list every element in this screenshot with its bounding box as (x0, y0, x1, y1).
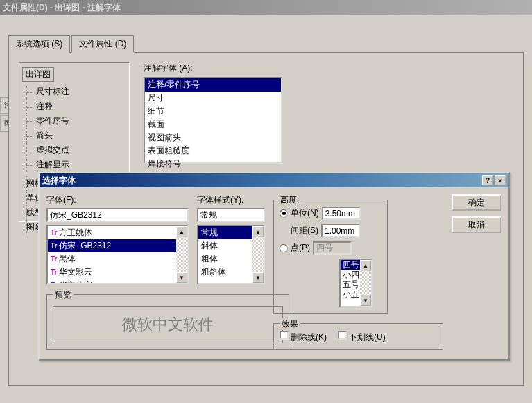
preview-groupbox: 预览 微软中文软件 (46, 294, 289, 350)
point-input: 四号 (313, 241, 352, 255)
font-input[interactable]: 仿宋_GB2312 (46, 208, 189, 222)
font-name: 华文仿宋 (59, 280, 92, 284)
scroll-up-icon[interactable]: ▲ (252, 226, 264, 237)
size-listbox[interactable]: 四号 小四 五号 小五 ▲ ▼ (339, 259, 372, 307)
height-column: 高度: 单位(N) 3.50mm 间距(S) 1.00mm 点(P) 四号 (273, 194, 443, 350)
style-listbox[interactable]: 常规 斜体 粗体 粗斜体 ▲ ▼ (197, 225, 265, 284)
height-groupbox: 高度: 单位(N) 3.50mm 间距(S) 1.00mm 点(P) 四号 (273, 200, 388, 314)
tree-item[interactable]: 尺寸标注 (22, 85, 126, 99)
scrollbar[interactable]: ▲ ▼ (252, 226, 264, 283)
font-name: 仿宋_GB2312 (59, 240, 111, 252)
list-item[interactable]: 截面 (145, 118, 281, 131)
cancel-button[interactable]: 取消 (452, 216, 501, 233)
unit-value: 3.50mm (325, 209, 355, 218)
list-item[interactable]: Tr黑体 (48, 252, 187, 266)
help-button[interactable]: ? (482, 175, 493, 185)
point-label: 点(P) (291, 242, 310, 254)
close-button[interactable]: × (495, 175, 506, 185)
list-item[interactable]: 焊接符号 (145, 157, 281, 171)
font-dialog: 选择字体 ? × 字体(F): 仿宋_GB2312 Tr方正姚体 Tr仿宋_GB… (38, 172, 510, 361)
tab-file[interactable]: 文件属性 (D) (71, 35, 134, 53)
list-item[interactable]: 尺寸 (145, 92, 281, 105)
strike-checkbox[interactable] (280, 331, 289, 340)
scrollbar[interactable]: ▲ ▼ (176, 226, 187, 283)
unit-label: 单位(N) (291, 207, 319, 219)
tree-item[interactable]: 箭头 (22, 128, 126, 143)
tree-item[interactable]: 虚拟交点 (22, 143, 126, 157)
underline-checkbox-label[interactable]: 下划线(U) (338, 331, 386, 343)
list-item[interactable]: Tr仿宋_GB2312 (48, 239, 187, 252)
list-item[interactable]: Tr华文彩云 (48, 266, 187, 279)
tree-item[interactable]: 零件序号 (22, 114, 126, 128)
underline-label: 下划线(U) (349, 332, 386, 342)
list-item[interactable]: 表面粗糙度 (145, 144, 281, 157)
list-item[interactable]: 细节 (145, 105, 281, 118)
font-input-value: 仿宋_GB2312 (50, 209, 102, 221)
scroll-track[interactable] (360, 271, 371, 295)
preview-label: 预览 (53, 289, 74, 301)
list-item[interactable]: 视图箭头 (145, 131, 281, 144)
font-label: 字体(F): (46, 194, 189, 206)
truetype-icon: Tr (51, 255, 57, 263)
tree-item[interactable]: 注释 (22, 99, 126, 114)
style-column: 字体样式(Y): 常规 常规 斜体 粗体 粗斜体 ▲ ▼ (197, 194, 265, 284)
effects-groupbox: 效果 删除线(K) 下划线(U) (273, 323, 443, 350)
style-label: 字体样式(Y): (197, 194, 265, 206)
tree-item[interactable]: 注解显示 (22, 157, 126, 172)
font-listbox[interactable]: Tr方正姚体 Tr仿宋_GB2312 Tr黑体 Tr华文彩云 Tr华文仿宋 ▲ … (46, 225, 189, 284)
truetype-icon: Tr (51, 268, 57, 276)
height-label: 高度: (278, 194, 301, 206)
main-title: 文件属性(D) - 出详图 - 注解字体 (3, 2, 121, 14)
scroll-down-icon[interactable]: ▼ (176, 272, 187, 283)
tree-group-label[interactable]: 出详图 (22, 67, 54, 82)
annotation-section: 注解字体 (A): 注释/零件序号 尺寸 细节 截面 视图箭头 表面粗糙度 焊接… (144, 62, 513, 164)
truetype-icon: Tr (51, 242, 57, 250)
spacing-input[interactable]: 1.00mm (321, 224, 360, 237)
spacing-value: 1.00mm (325, 226, 354, 236)
font-name: 黑体 (59, 253, 76, 265)
unit-radio[interactable] (280, 209, 288, 218)
point-radio[interactable] (280, 244, 288, 252)
tab-system[interactable]: 系统选项 (S) (8, 35, 70, 53)
truetype-icon: Tr (51, 229, 57, 237)
strike-label: 删除线(K) (291, 332, 327, 342)
annotation-listbox[interactable]: 注释/零件序号 尺寸 细节 截面 视图箭头 表面粗糙度 焊接符号 (144, 77, 282, 164)
tabs: 系统选项 (S) 文件属性 (D) (8, 35, 524, 53)
scrollbar[interactable]: ▲ ▼ (360, 260, 371, 306)
list-item[interactable]: 注释/零件序号 (145, 78, 281, 92)
scroll-track[interactable] (252, 237, 264, 272)
font-name: 方正姚体 (59, 227, 92, 239)
dialog-title: 选择字体 (42, 175, 481, 187)
preview-text: 微软中文软件 (53, 306, 283, 343)
style-input-value: 常规 (200, 209, 217, 221)
scroll-track[interactable] (176, 237, 187, 272)
truetype-icon: Tr (51, 282, 57, 284)
strike-checkbox-label[interactable]: 删除线(K) (280, 331, 327, 343)
main-titlebar: 文件属性(D) - 出详图 - 注解字体 (0, 0, 532, 15)
scroll-down-icon[interactable]: ▼ (360, 295, 371, 306)
annotation-label: 注解字体 (A): (144, 62, 513, 74)
scroll-up-icon[interactable]: ▲ (360, 260, 371, 271)
scroll-up-icon[interactable]: ▲ (176, 226, 187, 237)
underline-checkbox[interactable] (338, 331, 347, 340)
list-item[interactable]: Tr华文仿宋 (48, 279, 187, 284)
dialog-titlebar[interactable]: 选择字体 ? × (40, 173, 508, 187)
unit-input[interactable]: 3.50mm (322, 207, 361, 220)
style-input[interactable]: 常规 (197, 208, 265, 222)
font-name: 华文彩云 (59, 266, 92, 278)
list-item[interactable]: Tr方正姚体 (48, 226, 187, 239)
spacing-label: 间距(S) (291, 225, 318, 237)
effects-label: 效果 (280, 318, 300, 330)
font-column: 字体(F): 仿宋_GB2312 Tr方正姚体 Tr仿宋_GB2312 Tr黑体… (46, 194, 189, 350)
point-value: 四号 (316, 242, 333, 254)
button-column: 确定 取消 (452, 194, 501, 233)
ok-button[interactable]: 确定 (452, 194, 501, 211)
scroll-down-icon[interactable]: ▼ (252, 272, 264, 283)
